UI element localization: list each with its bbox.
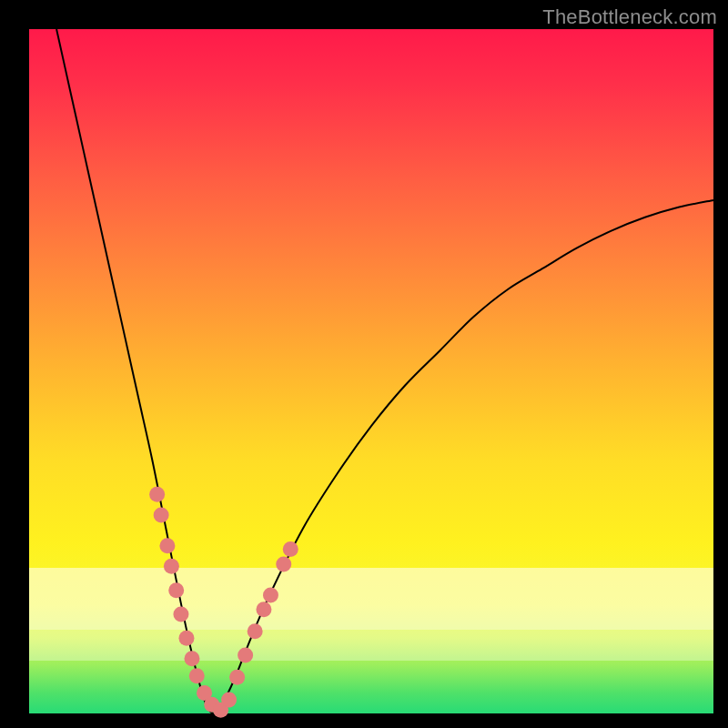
- watermark-text: TheBottleneck.com: [542, 5, 717, 29]
- marker-group-right: [221, 541, 298, 707]
- marker-dot: [263, 587, 278, 602]
- marker-dot: [221, 692, 237, 707]
- marker-dot: [159, 538, 175, 553]
- marker-dot: [149, 487, 165, 502]
- curve-layer: [29, 29, 713, 713]
- marker-dot: [276, 557, 291, 572]
- marker-dot: [154, 507, 169, 522]
- marker-dot: [164, 559, 179, 574]
- bottleneck-curve: [56, 29, 713, 713]
- marker-dot: [173, 606, 188, 622]
- marker-dot: [256, 602, 271, 617]
- marker-dot: [283, 541, 298, 557]
- marker-dot: [189, 668, 205, 683]
- marker-dot: [178, 631, 194, 646]
- marker-dot: [184, 651, 199, 666]
- marker-dot: [168, 582, 184, 598]
- marker-dot: [229, 670, 245, 685]
- marker-dot: [238, 648, 253, 663]
- marker-dot: [248, 623, 263, 639]
- marker-group-left: [149, 487, 228, 718]
- chart-frame: TheBottleneck.com: [0, 0, 728, 728]
